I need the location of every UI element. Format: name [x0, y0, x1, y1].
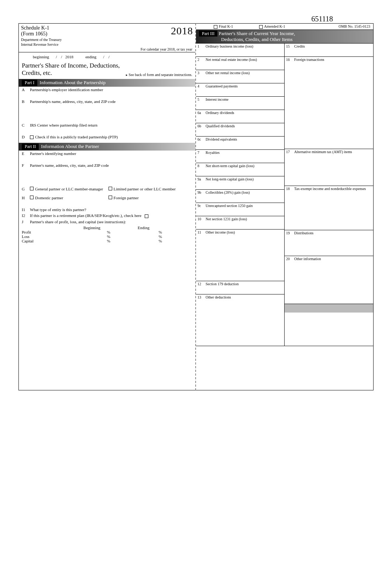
- dept-line-2: Internal Revenue Service: [21, 42, 171, 46]
- line-D-label: Check if this is a publicly traded partn…: [35, 135, 118, 139]
- part-3-left-subcol: 1Ordinary business income (loss) 2Net re…: [196, 43, 285, 346]
- part-3-title-1: Partner's Share of Current Year Income,: [219, 31, 295, 36]
- ending-date[interactable]: / /: [101, 55, 111, 59]
- calendar-year-line: For calendar year 2018, or tax year: [19, 46, 195, 52]
- part-1-title: Information About the Partnership: [39, 80, 106, 86]
- tax-year-suffix: 18: [182, 25, 193, 37]
- general-partner-checkbox[interactable]: [30, 187, 34, 190]
- amended-k1-label: Amended K-1: [264, 24, 285, 28]
- profit-begin-pct[interactable]: %: [66, 230, 118, 234]
- domestic-partner-checkbox[interactable]: [30, 196, 34, 199]
- dept-line-1: Department of the Treasury: [21, 37, 171, 42]
- line-4: Guaranteed payments: [206, 84, 283, 96]
- line-3: Other net rental income (loss): [206, 71, 283, 82]
- tax-year-prefix: 20: [171, 25, 182, 37]
- line-G-left: General partner or LLC member-manager: [35, 187, 103, 191]
- line-H-right: Foreign partner: [114, 196, 139, 200]
- line-I2-label: If this partner is a retirement plan (IR…: [30, 213, 141, 218]
- beginning-date[interactable]: / /: [54, 55, 64, 59]
- foreign-partner-checkbox[interactable]: [109, 196, 112, 199]
- line-G-right: Limited partner or other LLC member: [114, 187, 176, 191]
- right-footer-strip: [285, 304, 373, 313]
- omb-number: OMB No. 1545-0123: [296, 24, 370, 29]
- line-11: Other income (loss): [206, 230, 283, 280]
- form-code: 651118: [18, 15, 374, 23]
- left-blank-area: [19, 244, 195, 384]
- line-1: Ordinary business income (loss): [206, 44, 283, 56]
- beginning-header: Beginning: [66, 225, 118, 230]
- profit-label: Profit: [22, 230, 66, 234]
- part-3-grid: 1Ordinary business income (loss) 2Net re…: [196, 43, 373, 346]
- line-8: Net short-term capital gain (loss): [206, 164, 283, 175]
- part-1-label: Part I: [22, 80, 37, 86]
- line-13: Other deductions: [206, 295, 283, 345]
- part-3-right-subcol: 15Credits 16Foreign transactions 17Alter…: [285, 43, 373, 346]
- form-number: (Form 1065): [21, 31, 171, 37]
- limited-partner-checkbox[interactable]: [109, 187, 112, 190]
- line-C-label: IRS Center where partnership filed retur…: [30, 123, 192, 127]
- line-17: Alternative minimum tax (AMT) items: [294, 150, 372, 185]
- line-7: Royalties: [206, 151, 283, 162]
- schedule-name: Schedule K-1: [21, 25, 171, 31]
- part-3-title-2: Deductions, Credits, and Other Items: [199, 37, 293, 42]
- line-I1-label: What type of entity is this partner?: [30, 207, 192, 212]
- part-2-label: Part II: [22, 144, 39, 150]
- line-6c: Dividend equivalents: [206, 137, 283, 149]
- share-title: Partner's Share of Income, Deductions,: [19, 61, 195, 69]
- line-9c: Unrecaptured section 1250 gain: [206, 204, 283, 215]
- amended-k1-checkbox[interactable]: [259, 25, 263, 29]
- retirement-plan-checkbox[interactable]: [145, 214, 148, 218]
- capital-end-pct[interactable]: %: [118, 239, 169, 243]
- part-2-header: Part II Information About the Partner: [19, 143, 195, 151]
- loss-end-pct[interactable]: %: [118, 234, 169, 239]
- capital-label: Capital: [22, 239, 66, 243]
- line-6a: Ordinary dividends: [206, 111, 283, 122]
- part-3-label: Part III: [199, 31, 217, 37]
- line-9a: Net long-term capital gain (loss): [206, 177, 283, 189]
- part-1-header: Part I Information About the Partnership: [19, 79, 195, 87]
- line-15: Credits: [294, 44, 372, 56]
- final-k1-checkbox[interactable]: [214, 25, 217, 29]
- line-A-label: Partnership's employer identification nu…: [30, 87, 192, 92]
- line-9b: Collectibles (28%) gain (loss): [206, 190, 283, 202]
- capital-begin-pct[interactable]: %: [66, 239, 118, 243]
- ending-label: ending: [74, 55, 100, 59]
- line-F-label: Partner's name, address, city, state, an…: [30, 163, 192, 168]
- part-3-header: Part III Partner's Share of Current Year…: [196, 30, 373, 43]
- ending-header: Ending: [118, 225, 169, 230]
- right-blank-area: [196, 346, 373, 390]
- line-E-label: Partner's identifying number: [30, 151, 192, 156]
- profit-end-pct[interactable]: %: [118, 230, 169, 234]
- line-12: Section 179 deduction: [206, 282, 283, 293]
- line-19: Distributions: [294, 231, 372, 255]
- line-20: Other information: [294, 257, 372, 303]
- line-B-label: Partnership's name, address, city, state…: [30, 99, 192, 104]
- right-column: Final K-1 Amended K-1 OMB No. 1545-0123 …: [196, 23, 374, 390]
- credits-etc: Credits, etc.: [22, 69, 126, 77]
- see-back-note: See back of form and separate instructio…: [126, 73, 192, 77]
- line-H-left: Domestic partner: [35, 196, 63, 200]
- form-body: Schedule K-1 (Form 1065) Department of t…: [18, 23, 374, 390]
- line-2: Net rental real estate income (loss): [206, 58, 283, 69]
- tax-year-dates: beginning / / 2018 ending / /: [19, 52, 195, 61]
- left-column: Schedule K-1 (Form 1065) Department of t…: [18, 23, 196, 390]
- line-10: Net section 1231 gain (loss): [206, 217, 283, 228]
- fixed-year: 2018: [65, 55, 73, 59]
- ptp-checkbox[interactable]: [30, 135, 34, 139]
- line-16: Foreign transactions: [294, 58, 372, 148]
- loss-label: Loss: [22, 234, 66, 239]
- line-6b: Qualified dividends: [206, 124, 283, 135]
- final-k1-label: Final K-1: [219, 24, 233, 28]
- loss-begin-pct[interactable]: %: [66, 234, 118, 239]
- line-5: Interest income: [206, 97, 283, 109]
- line-J-label: Partner's share of profit, loss, and cap…: [30, 220, 192, 224]
- line-18: Tax-exempt income and nondeductible expe…: [294, 187, 372, 229]
- beginning-label: beginning: [22, 55, 53, 59]
- part-2-title: Information About the Partner: [41, 144, 99, 149]
